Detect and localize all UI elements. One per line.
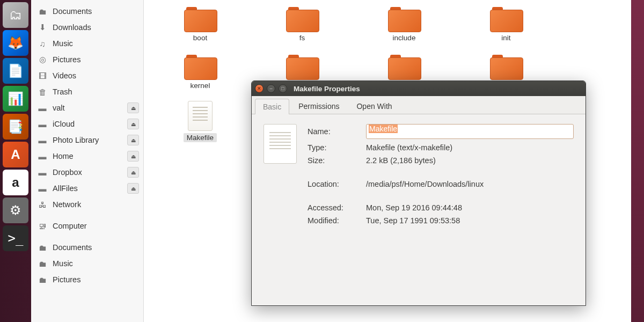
sidebar-item-label: Pictures <box>53 275 80 284</box>
eject-icon[interactable] <box>127 119 139 129</box>
launcher-terminal-icon[interactable]: >_ <box>3 225 28 251</box>
dialog-titlebar[interactable]: ✕ – □ Makefile Properties <box>252 81 586 96</box>
location-label: Location: <box>308 180 358 188</box>
video-icon: 🎞 <box>38 71 47 80</box>
folder-kernel[interactable]: kernel <box>176 53 224 90</box>
sidebar-item-dropbox[interactable]: ▬Dropbox <box>31 164 143 180</box>
folder-icon: 🖿 <box>38 259 47 268</box>
sidebar-item-label: Dropbox <box>53 168 82 177</box>
maximize-icon[interactable]: □ <box>279 84 287 93</box>
sidebar: 🖿Documents ⬇Downloads ♫Music ◎Pictures 🎞… <box>31 0 144 322</box>
close-icon[interactable]: ✕ <box>255 84 264 93</box>
sidebar-item-label: Trash <box>53 87 72 96</box>
sidebar-item-downloads[interactable]: ⬇Downloads <box>31 19 143 35</box>
modified-label: Modified: <box>308 216 358 225</box>
folder-icon <box>286 5 318 31</box>
launcher-files-icon[interactable]: 🗂 <box>3 2 28 28</box>
folder-label: fs <box>296 33 309 42</box>
minimize-icon[interactable]: – <box>267 84 275 93</box>
sidebar-item-pictures2[interactable]: 🖿Pictures <box>31 272 143 288</box>
eject-icon[interactable] <box>127 183 139 194</box>
folder-init[interactable]: init <box>482 5 530 42</box>
dialog-tabs: Basic Permissions Open With <box>252 96 586 114</box>
launcher-amazon-icon[interactable]: a <box>3 170 28 195</box>
launcher-settings-icon[interactable]: ⚙ <box>3 197 28 223</box>
folder-fs[interactable]: fs <box>278 5 326 42</box>
modified-value: Tue, Sep 17 1991 09:53:58 <box>366 216 574 225</box>
type-value: Makefile (text/x-makefile) <box>366 143 574 152</box>
file-thumbnail-icon <box>264 124 297 164</box>
sidebar-item-label: Network <box>53 200 81 209</box>
file-label: Makefile <box>184 133 217 142</box>
name-input[interactable]: Makefile <box>366 124 574 139</box>
type-label: Type: <box>308 143 358 152</box>
sidebar-item-label: valt <box>53 104 65 112</box>
computer-icon: 🖳 <box>38 221 47 231</box>
folder-label: kernel <box>187 81 214 90</box>
eject-icon[interactable] <box>127 151 139 162</box>
folder-icon <box>184 5 216 31</box>
desktop-background <box>631 0 644 322</box>
launcher-software-icon[interactable]: A <box>3 142 28 167</box>
eject-icon[interactable] <box>127 103 139 113</box>
launcher-impress-icon[interactable]: 📑 <box>3 114 28 140</box>
sidebar-item-label: Videos <box>53 71 76 80</box>
size-value: 2.2 kB (2,186 bytes) <box>366 156 574 165</box>
document-icon <box>188 101 213 131</box>
network-icon: 🖧 <box>38 200 47 209</box>
folder-label: include <box>390 33 419 42</box>
folder-icon: 🖿 <box>38 6 47 16</box>
launcher-firefox-icon[interactable]: 🦊 <box>3 30 28 56</box>
sidebar-item-pictures[interactable]: ◎Pictures <box>31 52 143 68</box>
launcher-calc-icon[interactable]: 📊 <box>3 86 28 112</box>
folder-icon: 🖿 <box>38 243 47 252</box>
tab-basic[interactable]: Basic <box>255 99 289 114</box>
folder-label: init <box>498 33 514 42</box>
sidebar-item-music2[interactable]: 🖿Music <box>31 255 143 272</box>
sidebar-item-label: Photo Library <box>53 136 99 144</box>
sidebar-item-documents2[interactable]: 🖿Documents <box>31 239 143 255</box>
drive-icon: ▬ <box>38 184 47 193</box>
folder-label: boot <box>190 33 210 42</box>
accessed-value: Mon, Sep 19 2016 09:44:48 <box>366 203 574 212</box>
dialog-title: Makefile Properties <box>294 85 360 93</box>
folder-icon <box>388 5 420 31</box>
sidebar-item-icloud[interactable]: ▬iCloud <box>31 116 143 132</box>
folder-include[interactable]: include <box>380 5 428 42</box>
sidebar-item-label: iCloud <box>53 120 75 128</box>
camera-icon: ◎ <box>38 55 47 64</box>
download-icon: ⬇ <box>38 23 47 32</box>
sidebar-item-valt[interactable]: ▬valt <box>31 100 143 116</box>
tab-permissions[interactable]: Permissions <box>290 98 347 114</box>
sidebar-item-home[interactable]: ▬Home <box>31 148 143 164</box>
folder-icon <box>286 53 318 79</box>
sidebar-item-label: Pictures <box>53 55 80 64</box>
sidebar-item-trash[interactable]: 🗑Trash <box>31 84 143 100</box>
trash-icon: 🗑 <box>38 87 47 97</box>
tab-open-with[interactable]: Open With <box>348 98 400 114</box>
sidebar-item-photo-library[interactable]: ▬Photo Library <box>31 132 143 148</box>
sidebar-item-computer[interactable]: 🖳Computer <box>31 218 143 234</box>
folder-icon <box>490 5 522 31</box>
sidebar-item-label: Music <box>53 39 73 48</box>
drive-icon: ▬ <box>38 167 47 177</box>
sidebar-item-allfiles[interactable]: ▬AllFiles <box>31 180 143 196</box>
music-icon: ♫ <box>38 39 47 48</box>
drive-icon: ▬ <box>38 151 47 161</box>
sidebar-item-documents[interactable]: 🖿Documents <box>31 3 143 19</box>
eject-icon[interactable] <box>127 167 139 178</box>
location-value: /media/psf/Home/Downloads/linux <box>366 180 574 188</box>
file-makefile[interactable]: Makefile <box>176 101 224 142</box>
sidebar-item-label: Home <box>53 152 74 160</box>
eject-icon[interactable] <box>127 135 139 145</box>
sidebar-item-videos[interactable]: 🎞Videos <box>31 68 143 84</box>
sidebar-item-music[interactable]: ♫Music <box>31 35 143 52</box>
launcher-writer-icon[interactable]: 📄 <box>3 58 28 84</box>
sidebar-item-label: Documents <box>53 243 92 252</box>
folder-icon <box>184 53 216 79</box>
folder-boot[interactable]: boot <box>176 5 224 42</box>
sidebar-item-network[interactable]: 🖧Network <box>31 196 143 213</box>
properties-grid: Name: Makefile Type: Makefile (text/x-ma… <box>308 124 574 225</box>
folder-icon <box>490 53 522 79</box>
sidebar-item-label: AllFiles <box>53 184 78 193</box>
